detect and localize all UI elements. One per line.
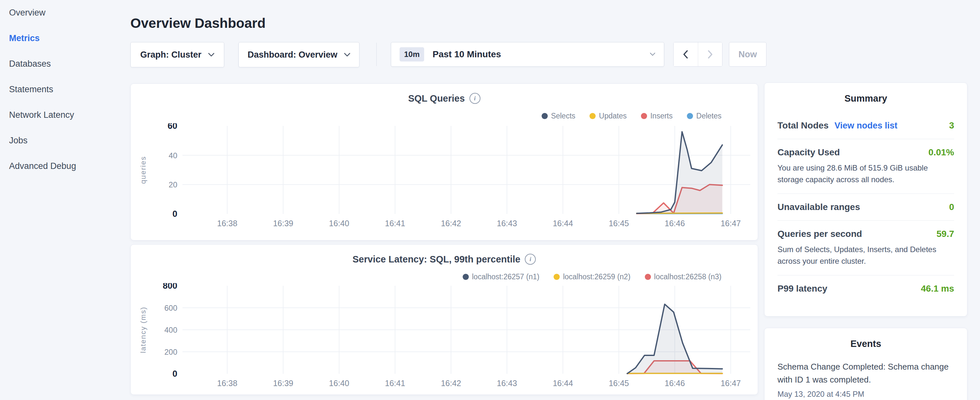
- legend-label: Inserts: [650, 112, 673, 120]
- sidebar-item-databases[interactable]: Databases: [0, 51, 129, 77]
- svg-text:20: 20: [169, 180, 177, 189]
- dashboard-dropdown[interactable]: Dashboard: Overview: [239, 42, 360, 67]
- chart-svg[interactable]: 16:3816:3916:4016:4116:4216:4316:4416:45…: [134, 283, 755, 390]
- legend-label: localhost:26257 (n1): [472, 273, 539, 281]
- chart-plot[interactable]: 16:3816:3916:4016:4116:4216:4316:4416:45…: [134, 283, 755, 390]
- graph-scope-dropdown[interactable]: Graph: Cluster: [130, 42, 224, 67]
- svg-text:600: 600: [164, 304, 177, 312]
- time-window-label: Past 10 Minutes: [433, 49, 650, 59]
- events-panel-title: Events: [778, 338, 954, 349]
- sidebar-nav: OverviewMetricsDatabasesStatementsNetwor…: [0, 0, 129, 400]
- time-range-dropdown[interactable]: 10m Past 10 Minutes: [391, 42, 664, 67]
- event-item[interactable]: Schema Change Completed: Schema change w…: [778, 360, 954, 399]
- legend-dot: [645, 274, 651, 280]
- summary-row: Unavailable ranges0: [778, 194, 954, 220]
- legend-item[interactable]: localhost:26258 (n3): [645, 273, 721, 281]
- svg-text:0: 0: [172, 369, 177, 379]
- legend-dot: [641, 113, 647, 119]
- main-content: Overview Dashboard Graph: Cluster Dashbo…: [129, 0, 759, 400]
- svg-text:16:38: 16:38: [217, 219, 237, 228]
- legend-item[interactable]: Updates: [590, 112, 627, 120]
- svg-text:16:39: 16:39: [273, 219, 293, 228]
- event-text: Schema Change Completed: Schema change w…: [778, 360, 954, 386]
- summary-row-subtext: Sum of Selects, Updates, Inserts, and De…: [778, 244, 954, 267]
- chart-svg[interactable]: 16:3816:3916:4016:4116:4216:4316:4416:45…: [134, 123, 755, 230]
- sidebar-item-advanced-debug[interactable]: Advanced Debug: [0, 153, 129, 179]
- legend-dot: [687, 113, 693, 119]
- svg-text:16:46: 16:46: [665, 219, 685, 228]
- chart-title: SQL Queries: [408, 93, 465, 104]
- legend-label: Selects: [551, 112, 575, 120]
- summary-row: P99 latency46.1 ms: [778, 276, 954, 302]
- legend-label: localhost:26259 (n2): [563, 273, 630, 281]
- svg-text:16:40: 16:40: [329, 379, 349, 388]
- dashboard-dropdown-label: Dashboard: Overview: [248, 50, 337, 60]
- legend-item[interactable]: Deletes: [687, 112, 721, 120]
- page-title: Overview Dashboard: [130, 16, 266, 31]
- svg-text:16:44: 16:44: [553, 379, 573, 388]
- summary-row-label: Queries per second: [778, 229, 862, 239]
- svg-text:16:45: 16:45: [609, 379, 629, 388]
- now-button-label: Now: [739, 49, 757, 59]
- summary-row-head: Unavailable ranges0: [778, 202, 954, 212]
- time-step-back-button[interactable]: [674, 42, 698, 66]
- sidebar-item-statements[interactable]: Statements: [0, 77, 129, 102]
- svg-text:16:43: 16:43: [497, 219, 517, 228]
- summary-rows: Total NodesView nodes list3Capacity Used…: [778, 112, 954, 302]
- summary-row: Total NodesView nodes list3: [778, 112, 954, 139]
- view-nodes-list-link[interactable]: View nodes list: [834, 121, 897, 131]
- chart-title-row: Service Latency: SQL, 99th percentile i: [131, 254, 758, 265]
- graph-scope-dropdown-label: Graph: Cluster: [140, 50, 201, 60]
- summary-row-label: P99 latency: [778, 284, 827, 294]
- legend-item[interactable]: localhost:26259 (n2): [554, 273, 630, 281]
- chevron-down-icon: [344, 53, 350, 57]
- summary-row-label: Capacity Used: [778, 147, 840, 158]
- chart-legend: localhost:26257 (n1)localhost:26259 (n2)…: [463, 273, 721, 281]
- summary-row-label: Unavailable ranges: [778, 202, 860, 212]
- legend-item[interactable]: Inserts: [641, 112, 673, 120]
- svg-text:16:39: 16:39: [273, 379, 293, 388]
- info-icon[interactable]: i: [469, 93, 480, 104]
- summary-row-subtext: You are using 28.6 MiB of 515.9 GiB usab…: [778, 162, 954, 185]
- summary-row-value: 3: [949, 120, 954, 131]
- legend-dot: [542, 113, 548, 119]
- svg-text:16:47: 16:47: [721, 379, 741, 388]
- svg-text:16:44: 16:44: [553, 219, 573, 228]
- summary-row: Capacity Used0.01%You are using 28.6 MiB…: [778, 139, 954, 193]
- summary-row-value: 0: [949, 202, 954, 212]
- svg-text:800: 800: [163, 283, 177, 291]
- events-list: Schema Change Completed: Schema change w…: [778, 360, 954, 399]
- chart-plot[interactable]: 16:3816:3916:4016:4116:4216:4316:4416:45…: [134, 123, 755, 230]
- time-window-badge: 10m: [399, 47, 424, 62]
- svg-text:200: 200: [164, 347, 177, 356]
- legend-label: localhost:26258 (n3): [654, 273, 721, 281]
- sidebar-item-network-latency[interactable]: Network Latency: [0, 102, 129, 128]
- chart-legend: SelectsUpdatesInsertsDeletes: [542, 112, 721, 120]
- svg-text:16:47: 16:47: [721, 219, 741, 228]
- svg-text:60: 60: [168, 123, 177, 131]
- y-axis-label: queries: [139, 156, 147, 184]
- legend-item[interactable]: localhost:26257 (n1): [463, 273, 539, 281]
- chart-title-row: SQL Queries i: [131, 93, 758, 104]
- summary-row-head: Total NodesView nodes list3: [778, 120, 954, 131]
- summary-row-value: 0.01%: [929, 147, 954, 158]
- sidebar-item-overview[interactable]: Overview: [0, 0, 129, 25]
- legend-label: Updates: [599, 112, 627, 120]
- svg-text:16:38: 16:38: [217, 379, 237, 388]
- sidebar-item-jobs[interactable]: Jobs: [0, 128, 129, 153]
- svg-text:40: 40: [169, 151, 177, 160]
- time-step-forward-button[interactable]: [698, 42, 722, 66]
- info-icon[interactable]: i: [525, 254, 536, 265]
- now-button[interactable]: Now: [729, 42, 767, 67]
- legend-dot: [590, 113, 596, 119]
- svg-text:16:40: 16:40: [329, 219, 349, 228]
- legend-item[interactable]: Selects: [542, 112, 575, 120]
- svg-text:16:41: 16:41: [385, 379, 406, 388]
- chart-title: Service Latency: SQL, 99th percentile: [353, 254, 520, 265]
- toolbar-divider: [376, 43, 377, 66]
- sidebar-item-metrics[interactable]: Metrics: [0, 25, 129, 51]
- svg-text:16:43: 16:43: [497, 379, 517, 388]
- svg-text:16:46: 16:46: [665, 379, 685, 388]
- summary-row-head: P99 latency46.1 ms: [778, 284, 954, 294]
- chevron-down-icon: [208, 53, 215, 57]
